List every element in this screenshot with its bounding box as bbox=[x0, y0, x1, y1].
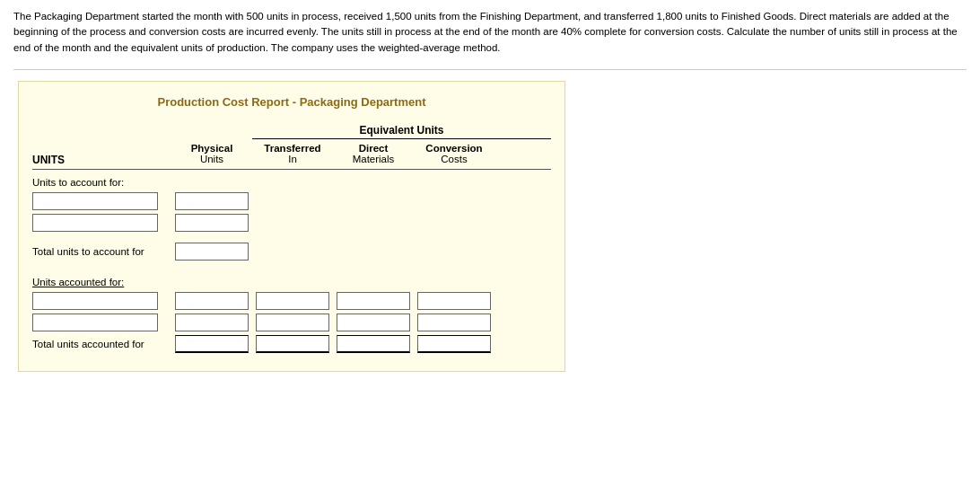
col-transferred-header: Transferred bbox=[252, 143, 333, 154]
units-accounted-row2-transferred-input[interactable] bbox=[256, 314, 329, 331]
intro-paragraph: The Packaging Department started the mon… bbox=[13, 9, 967, 56]
total-units-accounted-transferred-input[interactable] bbox=[256, 335, 329, 353]
units-accounted-row2-conversion-input[interactable] bbox=[417, 314, 491, 331]
col-direct-sub: Materials bbox=[333, 154, 414, 164]
units-to-account-row1-label-input[interactable] bbox=[32, 192, 158, 210]
col-conversion-sub: Costs bbox=[414, 154, 494, 164]
col-physical-sub: Units bbox=[171, 154, 252, 164]
units-to-account-row2-label-input[interactable] bbox=[32, 214, 158, 232]
total-units-accounted-physical-input[interactable] bbox=[175, 335, 249, 353]
units-accounted-row2-direct-input[interactable] bbox=[337, 314, 410, 331]
total-units-accounted-direct-input[interactable] bbox=[337, 335, 410, 353]
units-main-label: UNITS bbox=[32, 154, 171, 166]
units-to-account-label: Units to account for: bbox=[32, 177, 551, 188]
units-accounted-row1-label-input[interactable] bbox=[32, 292, 158, 310]
units-accounted-row1-physical-input[interactable] bbox=[175, 292, 249, 310]
total-units-accounted-conversion-input[interactable] bbox=[417, 335, 491, 353]
col-conversion-header: Conversion bbox=[414, 143, 494, 154]
units-to-account-row1-physical-input[interactable] bbox=[175, 192, 249, 210]
col-physical-header: Physical bbox=[171, 143, 252, 154]
report-container: Production Cost Report - Packaging Depar… bbox=[18, 81, 565, 372]
col-transferred-sub: In bbox=[252, 154, 333, 164]
equiv-units-header: Equivalent Units bbox=[252, 124, 551, 139]
units-accounted-row2-physical-input[interactable] bbox=[175, 314, 249, 331]
units-accounted-row1-direct-input[interactable] bbox=[337, 292, 410, 310]
units-to-account-row2-physical-input[interactable] bbox=[175, 214, 249, 232]
col-direct-header: Direct bbox=[333, 143, 414, 154]
total-units-to-account-input[interactable] bbox=[175, 243, 249, 261]
units-accounted-label: Units accounted for: bbox=[32, 277, 551, 287]
report-title: Production Cost Report - Packaging Depar… bbox=[32, 91, 551, 113]
total-units-accounted-label: Total units accounted for bbox=[32, 339, 171, 349]
total-units-to-account-label: Total units to account for bbox=[32, 246, 171, 257]
units-accounted-row1-conversion-input[interactable] bbox=[417, 292, 491, 310]
units-accounted-row1-transferred-input[interactable] bbox=[256, 292, 329, 310]
units-accounted-row2-label-input[interactable] bbox=[32, 314, 158, 331]
